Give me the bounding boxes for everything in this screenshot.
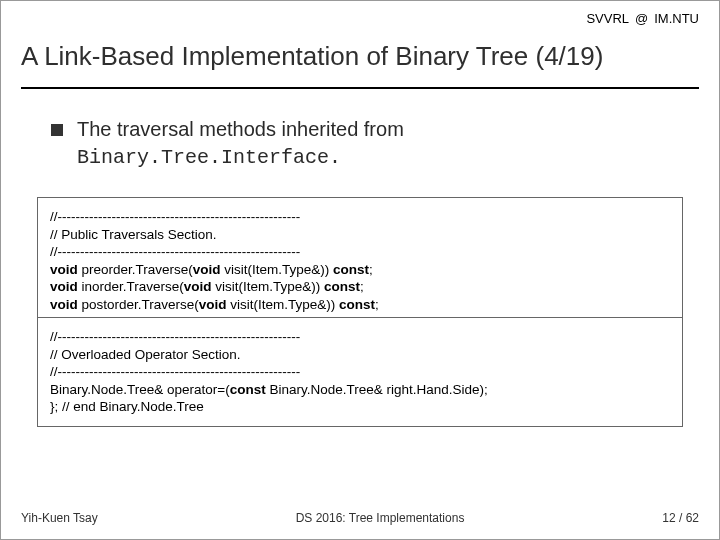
kw: void: [199, 297, 227, 312]
header-bar: SVVRL @ IM.NTU: [586, 11, 699, 26]
kw: const: [333, 262, 369, 277]
txt: visit(Item.Type&)): [221, 262, 334, 277]
bullet-lead: The traversal methods inherited from: [77, 118, 404, 140]
footer-page: 12 / 62: [662, 511, 699, 525]
code-line: //--------------------------------------…: [50, 243, 670, 261]
code-line: void preorder.Traverse(void visit(Item.T…: [50, 261, 670, 279]
txt: Binary.Node.Tree& right.Hand.Side);: [266, 382, 488, 397]
code-line: //--------------------------------------…: [50, 208, 670, 226]
kw: void: [50, 279, 78, 294]
code-line: void postorder.Traverse(void visit(Item.…: [50, 296, 670, 314]
at-symbol: @: [635, 11, 648, 26]
bullet-mono: Binary.Tree.Interface.: [77, 146, 341, 169]
title-rule: [21, 87, 699, 89]
code-line: //--------------------------------------…: [50, 363, 670, 381]
kw: void: [193, 262, 221, 277]
header-left: SVVRL: [586, 11, 629, 26]
slide: SVVRL @ IM.NTU A Link-Based Implementati…: [0, 0, 720, 540]
code-line: Binary.Node.Tree& operator=(const Binary…: [50, 381, 670, 399]
kw: void: [184, 279, 212, 294]
txt: ;: [375, 297, 379, 312]
txt: ;: [360, 279, 364, 294]
kw: const: [339, 297, 375, 312]
code-line: // Overloaded Operator Section.: [50, 346, 670, 364]
txt: Binary.Node.Tree& operator=(: [50, 382, 230, 397]
code-panel-traversals: //--------------------------------------…: [37, 197, 683, 324]
code-panel-operator: //--------------------------------------…: [37, 317, 683, 427]
txt: inorder.Traverse(: [78, 279, 184, 294]
slide-title: A Link-Based Implementation of Binary Tr…: [21, 41, 699, 72]
kw: const: [324, 279, 360, 294]
txt: visit(Item.Type&)): [212, 279, 325, 294]
bullet-text: The traversal methods inherited from Bin…: [77, 116, 404, 171]
code-line: // Public Traversals Section.: [50, 226, 670, 244]
txt: preorder.Traverse(: [78, 262, 193, 277]
bullet-square-icon: [51, 124, 63, 136]
code-line: void inorder.Traverse(void visit(Item.Ty…: [50, 278, 670, 296]
txt: visit(Item.Type&)): [227, 297, 340, 312]
code-line: }; // end Binary.Node.Tree: [50, 398, 670, 416]
bullet-row: The traversal methods inherited from Bin…: [51, 116, 679, 171]
txt: postorder.Traverse(: [78, 297, 199, 312]
footer-author: Yih-Kuen Tsay: [21, 511, 98, 525]
kw: void: [50, 297, 78, 312]
code-line: //--------------------------------------…: [50, 328, 670, 346]
header-right: IM.NTU: [654, 11, 699, 26]
txt: ;: [369, 262, 373, 277]
footer-course: DS 2016: Tree Implementations: [296, 511, 465, 525]
footer: Yih-Kuen Tsay DS 2016: Tree Implementati…: [21, 511, 699, 525]
kw: void: [50, 262, 78, 277]
kw: const: [230, 382, 266, 397]
